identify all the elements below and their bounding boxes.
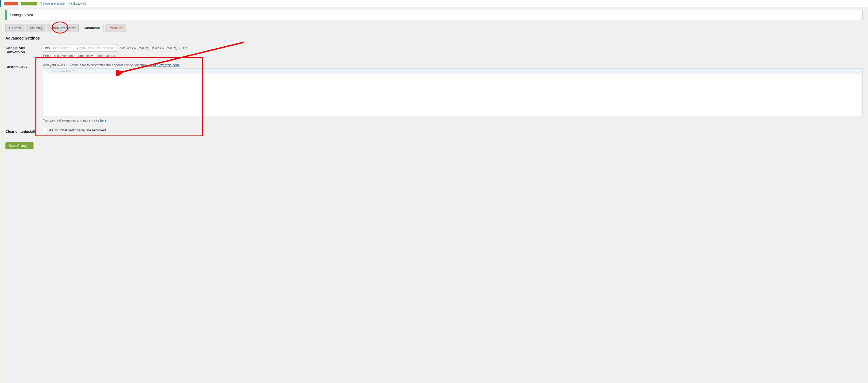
gads-conversion-label-input[interactable]	[80, 46, 115, 50]
gads-format-hint: AW-CONVERSION_ID/CONVERSION_LABEL	[120, 46, 188, 50]
tab-premium[interactable]: Premium	[105, 24, 126, 32]
css-placeholder[interactable]: Your custom CSS...	[49, 69, 862, 74]
notice-text: Settings saved	[10, 13, 33, 17]
tab-bar: General Visibility WooCommerce Advanced …	[5, 24, 863, 32]
banner-green-button[interactable]	[21, 2, 37, 5]
label-clear-uninstall: Clear on uninstall	[5, 128, 43, 134]
gads-conversion-id-input[interactable]	[52, 46, 75, 50]
css-tricks-link[interactable]: here	[100, 119, 106, 122]
gads-help-text: Send the conversion automatically at the…	[43, 54, 863, 58]
row-custom-css: Custom CSS Add your own CSS code here to…	[5, 63, 863, 122]
tab-visibility[interactable]: Visibility	[26, 24, 46, 32]
tab-general[interactable]: General	[5, 24, 25, 32]
top-banner: 🗨 Nope, maybe later I already did	[0, 0, 868, 7]
tab-advanced[interactable]: Advanced	[80, 24, 104, 32]
label-custom-css: Custom CSS	[5, 63, 43, 69]
tab-woocommerce[interactable]: WooCommerce	[47, 24, 79, 32]
gads-separator: /	[77, 46, 78, 50]
banner-link-later[interactable]: 🗨 Nope, maybe later	[40, 2, 66, 5]
settings-saved-notice: Settings saved	[5, 10, 863, 20]
css-editor-body[interactable]	[43, 74, 862, 116]
banner-link-done[interactable]: I already did	[68, 2, 86, 5]
clear-uninstall-text: All Joinchat settings will be removed	[49, 128, 106, 132]
save-changes-button[interactable]: Save Changes	[5, 142, 33, 149]
gads-prefix: AW-	[45, 46, 51, 50]
css-editor[interactable]: 1 Your custom CSS...	[43, 68, 863, 116]
row-google-ads: Google Ads Conversion AW- / AW-CONVERSIO…	[5, 44, 863, 58]
row-clear-uninstall: Clear on uninstall All Joinchat settings…	[5, 128, 863, 134]
custom-css-footer: You can find examples and more tricks he…	[43, 119, 863, 122]
label-google-ads: Google Ads Conversion	[5, 44, 43, 54]
fill-example-link[interactable]: Fill with example code	[148, 63, 180, 67]
banner-orange-button[interactable]	[4, 2, 18, 5]
gads-input-group: AW- /	[43, 44, 117, 52]
custom-css-desc: Add your own CSS code here to customize …	[43, 63, 863, 67]
css-line-number: 1	[43, 69, 49, 74]
section-heading: Advanced Settings	[5, 36, 863, 40]
clear-uninstall-checkbox[interactable]	[43, 128, 48, 132]
